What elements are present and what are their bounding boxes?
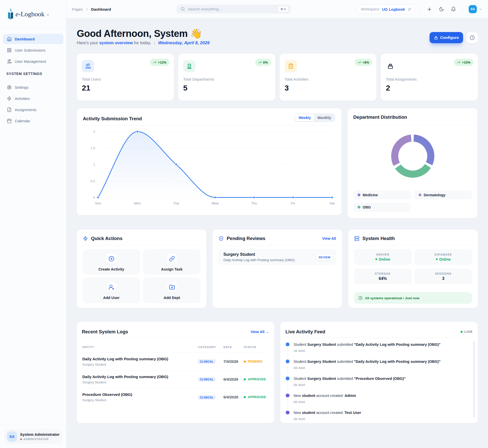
svg-text:0.5: 0.5 [90, 179, 95, 183]
svg-text:Wed: Wed [211, 201, 219, 205]
svg-text:0: 0 [93, 196, 95, 199]
svg-text:2: 2 [93, 130, 95, 133]
svg-text:Tue: Tue [173, 201, 179, 205]
svg-text:Thu: Thu [251, 201, 257, 205]
svg-text:Mon: Mon [134, 201, 141, 205]
svg-text:Sat: Sat [329, 201, 335, 205]
svg-text:1: 1 [93, 162, 95, 166]
svg-text:Sun: Sun [95, 201, 101, 205]
svg-text:Fri: Fri [291, 201, 295, 205]
svg-text:1.5: 1.5 [90, 146, 95, 150]
